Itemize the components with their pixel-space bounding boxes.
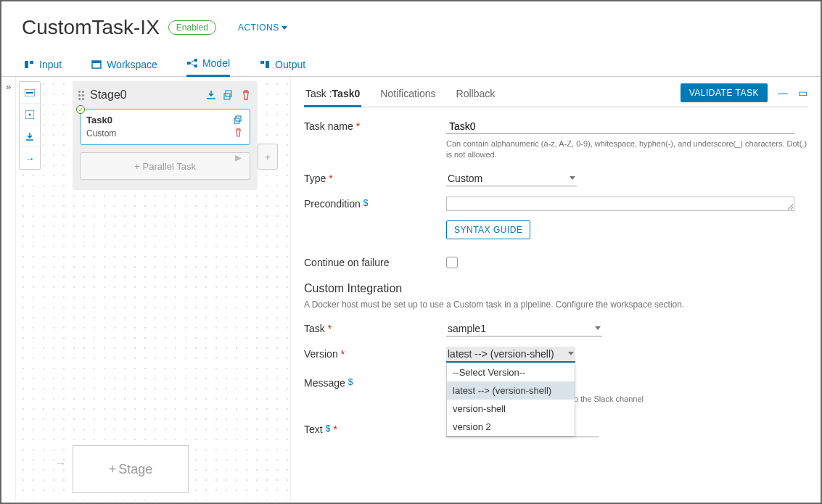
svg-rect-7 bbox=[260, 61, 264, 64]
type-select[interactable]: Custom bbox=[446, 171, 577, 186]
stage-arrow-icon: → bbox=[55, 457, 67, 470]
tab-workspace[interactable]: Workspace bbox=[91, 59, 157, 76]
status-ok-icon: ✓ bbox=[76, 105, 85, 114]
version-option[interactable]: --Select Version-- bbox=[447, 363, 575, 381]
input-icon bbox=[23, 59, 35, 70]
version-option[interactable]: version 2 bbox=[447, 418, 575, 436]
actions-label: ACTIONS bbox=[238, 22, 279, 33]
version-option[interactable]: latest --> (version-shell) bbox=[447, 381, 575, 400]
chevron-down-icon bbox=[570, 176, 575, 180]
custom-integration-sub: A Docker host must be set up to use a Cu… bbox=[304, 299, 807, 310]
minimize-icon[interactable]: — bbox=[778, 87, 788, 99]
output-icon bbox=[259, 59, 271, 70]
pipeline-canvas: → Stage0 ✓ Task0 Custom bbox=[16, 77, 290, 500]
panel-tab-task[interactable]: Task :Task0 bbox=[304, 83, 361, 107]
svg-rect-1 bbox=[30, 61, 33, 64]
add-stage-button[interactable]: + Stage bbox=[73, 445, 189, 493]
type-value: Custom bbox=[448, 173, 482, 184]
svg-rect-6 bbox=[194, 65, 197, 67]
ci-task-label: Task bbox=[304, 323, 325, 334]
tab-input[interactable]: Input bbox=[23, 59, 62, 76]
model-icon bbox=[186, 57, 198, 69]
message-label: Message bbox=[304, 377, 345, 389]
type-label: Type bbox=[304, 173, 326, 184]
tab-model-label: Model bbox=[202, 57, 230, 69]
actions-menu[interactable]: ACTIONS bbox=[238, 22, 287, 33]
drag-handle-icon[interactable] bbox=[78, 91, 84, 100]
variable-dollar-icon[interactable]: $ bbox=[326, 424, 331, 434]
stage-delete-icon[interactable] bbox=[240, 89, 252, 101]
panel-tab-task-prefix: Task : bbox=[305, 88, 332, 99]
task-copy-icon[interactable] bbox=[232, 114, 244, 125]
required-star: * bbox=[329, 173, 332, 184]
ci-task-value: sample1 bbox=[448, 323, 486, 334]
workspace-icon bbox=[91, 59, 102, 70]
version-value: latest --> (version-shell) bbox=[448, 348, 554, 360]
svg-rect-5 bbox=[194, 59, 197, 62]
variable-dollar-icon[interactable]: $ bbox=[363, 198, 369, 208]
task-name-label: Task name bbox=[304, 120, 353, 132]
message-help-fragment: o the Slack channel bbox=[574, 394, 644, 403]
required-star: * bbox=[333, 424, 337, 435]
continue-on-failure-checkbox[interactable] bbox=[446, 257, 458, 268]
tab-workspace-label: Workspace bbox=[107, 59, 157, 70]
tab-output[interactable]: Output bbox=[259, 59, 305, 76]
panel-tab-notifications[interactable]: Notifications bbox=[379, 83, 437, 107]
stage-copy-icon[interactable] bbox=[223, 89, 234, 101]
variable-dollar-icon[interactable]: $ bbox=[348, 377, 353, 387]
stage-card[interactable]: Stage0 ✓ Task0 Custom + Parallel bbox=[73, 81, 258, 190]
tool-download-icon[interactable] bbox=[20, 125, 40, 147]
tab-input-label: Input bbox=[39, 59, 62, 70]
task-delete-icon[interactable] bbox=[232, 126, 244, 138]
validate-task-button[interactable]: VALIDATE TASK bbox=[681, 83, 768, 102]
chevron-down-icon bbox=[595, 326, 601, 330]
add-sequential-task-button[interactable]: + bbox=[258, 144, 278, 170]
add-stage-label: Stage bbox=[118, 462, 152, 477]
tab-model[interactable]: Model bbox=[186, 57, 230, 77]
task-card-type: Custom bbox=[86, 128, 116, 139]
svg-point-12 bbox=[29, 113, 31, 115]
text-label: Text bbox=[304, 424, 323, 435]
panel-tab-rollback[interactable]: Rollback bbox=[455, 83, 497, 107]
double-chevron-right-icon: » bbox=[6, 81, 11, 92]
version-option[interactable]: version-shell bbox=[447, 400, 575, 418]
tab-output-label: Output bbox=[275, 59, 305, 70]
stage-download-icon[interactable] bbox=[205, 89, 217, 101]
collapse-sidebar-button[interactable]: » bbox=[1, 77, 16, 500]
version-select[interactable]: latest --> (version-shell) bbox=[446, 347, 575, 363]
maximize-icon[interactable]: ▭ bbox=[798, 87, 807, 99]
stage-name: Stage0 bbox=[90, 88, 127, 102]
precondition-label: Precondition bbox=[304, 198, 361, 210]
chevron-down-icon bbox=[281, 26, 287, 30]
svg-rect-3 bbox=[92, 61, 101, 63]
svg-rect-4 bbox=[187, 62, 190, 65]
svg-rect-8 bbox=[266, 61, 269, 68]
canvas-toolbar: → bbox=[19, 81, 41, 170]
syntax-guide-button[interactable]: SYNTAX GUIDE bbox=[446, 220, 530, 239]
task-name-help: Can contain alphanumeric (a-z, A-Z, 0-9)… bbox=[446, 139, 807, 161]
task-card[interactable]: ✓ Task0 Custom bbox=[80, 109, 250, 145]
sequence-arrow-icon: ▸ bbox=[235, 149, 242, 165]
status-badge: Enabled bbox=[168, 20, 216, 35]
parallel-task-label: Parallel Task bbox=[143, 161, 196, 172]
required-star: * bbox=[341, 348, 345, 360]
version-dropdown: --Select Version--latest --> (version-sh… bbox=[446, 363, 575, 437]
task-name-input[interactable] bbox=[446, 119, 794, 134]
svg-rect-10 bbox=[26, 92, 33, 94]
tool-layout-icon[interactable] bbox=[20, 104, 40, 125]
version-label: Version bbox=[304, 348, 338, 360]
precondition-input[interactable] bbox=[446, 197, 794, 211]
ci-task-select[interactable]: sample1 bbox=[446, 321, 602, 336]
plus-icon: + bbox=[134, 161, 140, 172]
svg-rect-0 bbox=[25, 61, 28, 68]
tool-arrow-icon[interactable]: → bbox=[20, 147, 40, 169]
page-title: CustomTask-IX bbox=[22, 16, 160, 39]
custom-integration-heading: Custom Integration bbox=[304, 282, 807, 295]
required-star: * bbox=[356, 120, 360, 132]
tool-fit-icon[interactable] bbox=[20, 82, 40, 104]
plus-icon: + bbox=[109, 462, 117, 477]
panel-tab-task-name: Task0 bbox=[332, 88, 361, 99]
continue-on-failure-label: Continue on failure bbox=[304, 257, 390, 268]
add-parallel-task-button[interactable]: + Parallel Task bbox=[80, 152, 250, 180]
chevron-down-icon bbox=[568, 352, 574, 355]
